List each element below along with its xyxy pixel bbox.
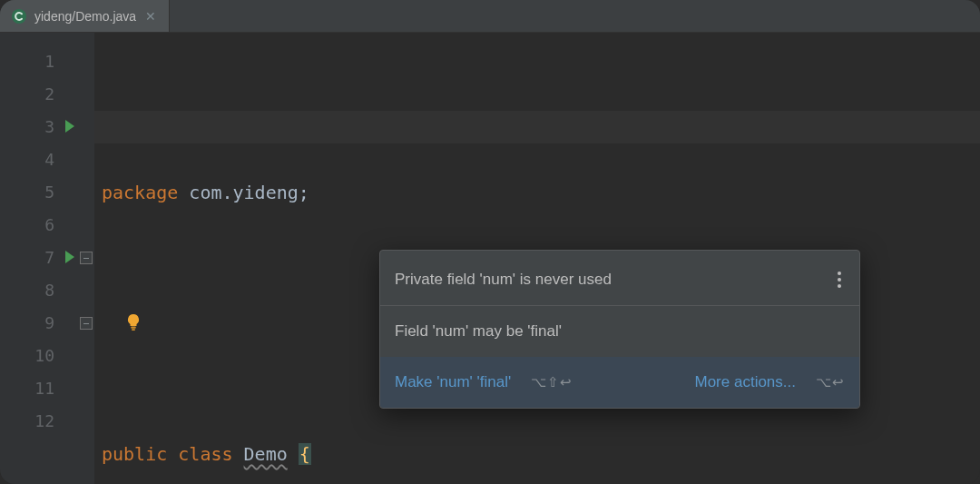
line-number: 10	[34, 346, 54, 365]
inspection-message-text: Private field 'num' is never used	[395, 263, 612, 296]
line-number: 6	[44, 215, 54, 234]
line-number: 12	[34, 411, 54, 430]
shortcut-hint: ⌥⇧↩	[531, 366, 573, 399]
fold-marker-icon[interactable]: –	[80, 252, 93, 264]
tab-bar: yideng/Demo.java ✕	[0, 0, 980, 33]
code-line[interactable]: package com.yideng;	[102, 176, 980, 209]
line-number: 4	[44, 150, 54, 169]
fold-marker-icon[interactable]: –	[80, 317, 93, 330]
line-number: 8	[44, 281, 54, 300]
code-line[interactable]: public class Demo {	[102, 438, 980, 470]
current-line-highlight	[94, 111, 980, 143]
editor-tab-title: yideng/Demo.java	[34, 9, 136, 24]
options-kebab-icon[interactable]	[834, 272, 845, 288]
more-actions-link[interactable]: More actions...	[695, 366, 797, 399]
inspection-popup: Private field 'num' is never used Field …	[379, 250, 860, 409]
editor-tab[interactable]: yideng/Demo.java ✕	[0, 0, 170, 32]
line-number: 2	[44, 84, 54, 104]
line-number-gutter: 1 2 3 4 5 6 7 8 9 10 11 12	[0, 33, 78, 484]
inspection-message-text: Field 'num' may be 'final'	[395, 315, 562, 348]
intention-bulb-icon[interactable]	[123, 310, 143, 330]
svg-rect-2	[132, 329, 135, 331]
inspection-actions: Make 'num' 'final' ⌥⇧↩ More actions... ⌥…	[380, 357, 859, 408]
line-number: 11	[34, 379, 54, 398]
close-tab-icon[interactable]: ✕	[143, 10, 158, 23]
quick-fix-action[interactable]: Make 'num' 'final'	[395, 366, 511, 399]
line-number: 3	[44, 117, 54, 136]
line-number: 7	[44, 248, 54, 267]
svg-point-0	[12, 9, 26, 24]
line-number: 5	[44, 183, 54, 202]
fold-gutter: – –	[78, 33, 94, 484]
java-class-file-icon	[11, 8, 27, 25]
inspection-message: Private field 'num' is never used	[380, 254, 859, 305]
gutter-run-icon[interactable]	[65, 251, 74, 263]
svg-rect-1	[131, 327, 136, 329]
code-editor[interactable]: 1 2 3 4 5 6 7 8 9 10 11 12 – – package c…	[0, 33, 980, 484]
line-number: 9	[44, 313, 54, 332]
gutter-run-icon[interactable]	[65, 120, 74, 133]
shortcut-hint: ⌥↩	[816, 366, 845, 399]
line-number: 1	[44, 52, 54, 71]
inspection-message: Field 'num' may be 'final'	[380, 306, 859, 357]
